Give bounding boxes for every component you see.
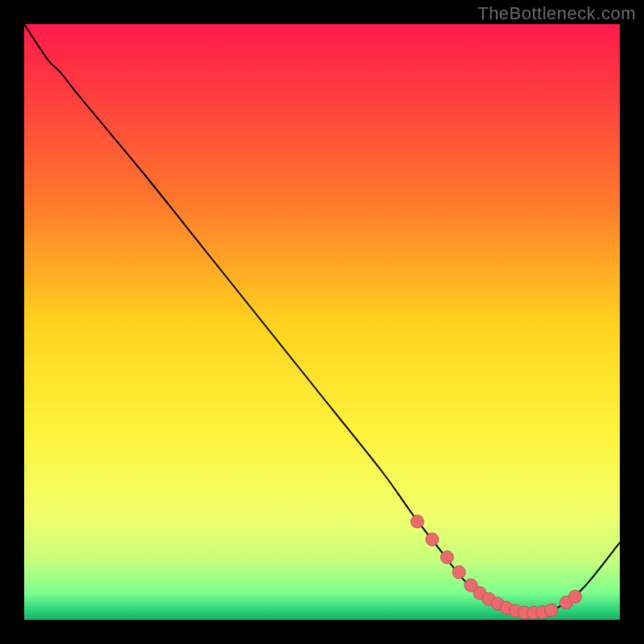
chart-marker-point [411, 515, 423, 528]
chart-frame: TheBottleneck.com [0, 0, 644, 644]
chart-marker-point [545, 604, 558, 617]
chart-svg [24, 24, 620, 620]
chart-marker-point [426, 533, 439, 546]
watermark-text: TheBottleneck.com [477, 3, 636, 24]
chart-plot-area [24, 24, 620, 620]
chart-marker-point [452, 566, 465, 579]
chart-background-gradient [24, 24, 620, 620]
chart-marker-point [569, 590, 582, 603]
chart-marker-point [440, 551, 453, 564]
